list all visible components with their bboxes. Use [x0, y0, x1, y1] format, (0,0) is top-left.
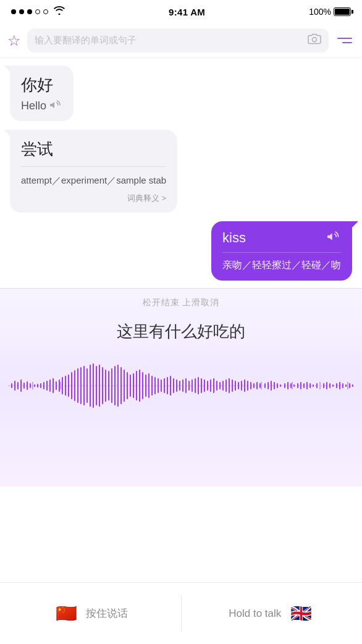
svg-rect-18	[62, 377, 63, 394]
svg-point-0	[313, 38, 317, 42]
svg-rect-99	[316, 383, 318, 388]
svg-rect-45	[145, 375, 146, 397]
svg-rect-6	[23, 383, 25, 389]
svg-rect-78	[247, 381, 248, 391]
svg-rect-65	[207, 381, 208, 391]
svg-rect-94	[300, 382, 301, 389]
svg-rect-21	[71, 372, 72, 399]
svg-rect-56	[179, 381, 180, 391]
svg-rect-36	[117, 365, 119, 407]
svg-rect-73	[232, 379, 233, 392]
svg-rect-55	[176, 379, 177, 392]
svg-rect-9	[34, 384, 35, 387]
svg-rect-95	[303, 383, 305, 388]
svg-rect-49	[158, 378, 159, 393]
svg-rect-110	[352, 384, 353, 387]
svg-rect-19	[65, 376, 66, 396]
favorite-button[interactable]: ☆	[7, 32, 21, 49]
svg-rect-102	[326, 382, 327, 389]
svg-rect-69	[219, 382, 221, 389]
svg-rect-104	[332, 384, 334, 387]
svg-rect-91	[290, 383, 292, 388]
recording-area: 松开结束 上滑取消 这里有什么好吃的	[0, 289, 362, 486]
search-input[interactable]: 输入要翻译的单词或句子	[27, 28, 329, 53]
signal-dot-4	[35, 9, 40, 14]
svg-rect-54	[173, 378, 174, 393]
svg-rect-11	[40, 383, 41, 388]
waveform-svg	[6, 361, 356, 410]
svg-rect-30	[99, 365, 100, 407]
svg-rect-24	[80, 367, 82, 404]
cn-speak-button[interactable]: 🇨🇳 按住说话	[0, 583, 181, 644]
svg-rect-10	[37, 384, 38, 388]
svg-rect-67	[213, 378, 214, 393]
svg-rect-101	[323, 383, 324, 388]
svg-rect-5	[20, 379, 22, 392]
svg-rect-34	[111, 368, 112, 403]
svg-rect-14	[49, 379, 51, 392]
en-speak-label: Hold to talk	[229, 608, 281, 620]
search-placeholder: 输入要翻译的单词或句子	[35, 35, 303, 46]
svg-rect-41	[133, 373, 134, 398]
svg-rect-31	[102, 367, 103, 404]
bubble-dict-link[interactable]: 词典释义 >	[21, 193, 166, 204]
svg-rect-87	[277, 383, 278, 388]
bubble-en-kiss: kiss	[222, 230, 341, 246]
svg-rect-108	[345, 384, 347, 387]
svg-rect-83	[264, 383, 266, 388]
cn-speak-label: 按住说话	[86, 606, 128, 621]
cn-flag: 🇨🇳	[53, 600, 80, 627]
battery-icon	[334, 7, 351, 16]
svg-rect-20	[68, 375, 69, 397]
svg-rect-74	[235, 381, 236, 391]
bubble-kiss[interactable]: kiss 亲吻／轻轻擦过／轻碰／吻	[211, 221, 352, 281]
bubble-right-divider	[222, 252, 341, 253]
svg-rect-51	[164, 378, 165, 393]
svg-rect-57	[182, 379, 183, 392]
svg-rect-27	[90, 365, 91, 407]
bubble-nihao[interactable]: 你好 Hello	[10, 66, 74, 121]
svg-rect-50	[161, 379, 162, 392]
menu-line-1	[337, 38, 352, 39]
svg-rect-90	[287, 382, 288, 389]
svg-rect-93	[297, 383, 298, 388]
svg-rect-60	[192, 379, 193, 392]
bubble-meanings: attempt／experiment／sample stab	[21, 173, 166, 188]
search-bar: ☆ 输入要翻译的单词或句子	[0, 23, 362, 58]
svg-rect-42	[136, 371, 137, 400]
svg-rect-4	[17, 382, 19, 389]
camera-icon[interactable]	[308, 33, 321, 48]
svg-rect-59	[188, 381, 190, 391]
bubble-changshi[interactable]: 尝试 attempt／experiment／sample stab 词典释义 >	[10, 130, 177, 213]
svg-rect-75	[238, 382, 239, 389]
svg-rect-70	[222, 381, 224, 391]
svg-rect-89	[284, 383, 285, 388]
menu-button[interactable]	[335, 35, 355, 46]
battery-area: 100%	[309, 7, 351, 17]
svg-rect-76	[241, 381, 242, 391]
svg-rect-61	[195, 378, 196, 393]
svg-rect-82	[259, 383, 261, 388]
svg-rect-3	[14, 381, 15, 391]
svg-rect-53	[170, 376, 171, 396]
svg-rect-88	[280, 384, 281, 387]
svg-rect-25	[83, 366, 85, 405]
svg-rect-8	[30, 383, 31, 388]
svg-rect-84	[267, 382, 269, 389]
svg-rect-43	[139, 370, 140, 402]
svg-rect-40	[130, 375, 131, 397]
svg-rect-52	[167, 377, 168, 394]
signal-dot-5	[43, 9, 48, 14]
sound-icon-white[interactable]	[327, 231, 341, 245]
svg-rect-106	[339, 382, 340, 389]
clock: 9:41 AM	[169, 7, 205, 17]
svg-rect-33	[108, 371, 109, 400]
svg-rect-38	[124, 370, 125, 402]
svg-rect-107	[342, 383, 343, 388]
svg-rect-22	[74, 370, 75, 401]
recording-text: 这里有什么好吃的	[117, 321, 245, 342]
sound-icon[interactable]	[50, 100, 62, 112]
en-speak-button[interactable]: Hold to talk 🇬🇧	[182, 583, 363, 644]
battery-percentage: 100%	[309, 7, 331, 17]
svg-rect-12	[43, 382, 44, 389]
